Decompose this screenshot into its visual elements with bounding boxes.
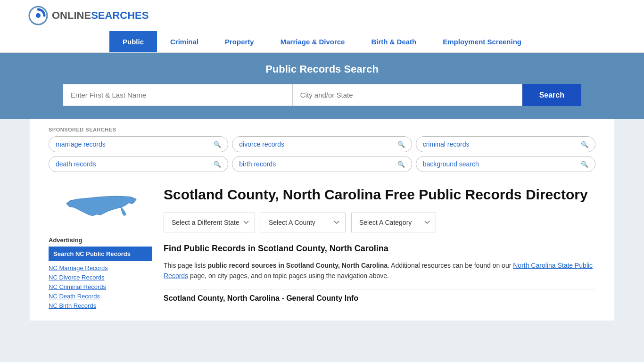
svg-point-1 — [36, 13, 41, 18]
advertising-section: Advertising Search NC Public Records NC … — [49, 237, 152, 309]
section-divider — [164, 289, 595, 289]
category-dropdown[interactable]: Select A Category — [351, 213, 436, 232]
nav-property[interactable]: Property — [212, 31, 267, 52]
nav-criminal[interactable]: Criminal — [157, 31, 212, 52]
location-input[interactable] — [292, 84, 522, 106]
nav-public[interactable]: Public — [109, 31, 157, 52]
search-banner: Public Records Search Search — [0, 53, 644, 119]
desc-part1: This page lists — [164, 262, 207, 269]
sponsored-death[interactable]: death records 🔍 — [49, 156, 228, 172]
search-icon-divorce: 🔍 — [397, 141, 405, 148]
description-text: This page lists public record sources in… — [164, 260, 595, 281]
sponsored-birth[interactable]: birth records 🔍 — [232, 156, 412, 172]
sidebar: Advertising Search NC Public Records NC … — [49, 186, 152, 311]
content-layout: Advertising Search NC Public Records NC … — [49, 177, 595, 321]
logo: ONLINESEARCHES — [28, 6, 151, 25]
search-button[interactable]: Search — [522, 84, 581, 106]
logo-text: ONLINESEARCHES — [52, 9, 149, 22]
search-form: Search — [63, 84, 581, 106]
sponsored-grid: marriage records 🔍 divorce records 🔍 cri… — [49, 136, 595, 172]
nav-marriage-divorce[interactable]: Marriage & Divorce — [267, 31, 358, 52]
search-icon-criminal: 🔍 — [581, 141, 588, 148]
sponsored-background[interactable]: background search 🔍 — [416, 156, 595, 172]
search-icon-birth: 🔍 — [397, 161, 405, 168]
sidebar-link-birth[interactable]: NC Birth Records — [49, 302, 96, 309]
sponsored-divorce[interactable]: divorce records 🔍 — [232, 136, 412, 152]
sponsored-label: SPONSORED SEARCHES — [49, 127, 595, 132]
state-dropdown[interactable]: Select a Different State — [164, 213, 255, 232]
county-dropdown[interactable]: Select A County — [261, 213, 346, 232]
sponsored-criminal[interactable]: criminal records 🔍 — [416, 136, 595, 152]
nc-state-map — [63, 186, 138, 229]
nav-birth-death[interactable]: Birth & Death — [358, 31, 429, 52]
nav: Public Criminal Property Marriage & Divo… — [0, 31, 644, 53]
desc-bold: public record sources in Scotland County… — [207, 262, 388, 269]
main-container: SPONSORED SEARCHES marriage records 🔍 di… — [30, 119, 614, 321]
section-subtitle: Scotland County, North Carolina - Genera… — [164, 294, 595, 303]
ad-block[interactable]: Search NC Public Records — [49, 247, 152, 261]
search-icon-death: 🔍 — [214, 161, 221, 168]
search-icon-marriage: 🔍 — [214, 141, 221, 148]
sponsored-section: SPONSORED SEARCHES marriage records 🔍 di… — [49, 119, 595, 177]
sidebar-link-marriage[interactable]: NC Marriage Records — [49, 264, 108, 272]
search-banner-title: Public Records Search — [19, 63, 625, 75]
page-title: Scotland County, North Carolina Free Pub… — [164, 186, 595, 203]
advertising-label: Advertising — [49, 237, 152, 244]
name-input[interactable] — [63, 84, 292, 106]
sidebar-link-criminal[interactable]: NC Criminal Records — [49, 283, 106, 290]
sidebar-link-divorce[interactable]: NC Divorce Records — [49, 274, 104, 281]
main-content: Scotland County, North Carolina Free Pub… — [164, 186, 595, 311]
sidebar-link-death[interactable]: NC Death Records — [49, 293, 100, 300]
sidebar-links: NC Marriage Records NC Divorce Records N… — [49, 264, 152, 309]
nav-employment[interactable]: Employment Screening — [429, 31, 535, 52]
desc-part3: page, on city pages, and on topic pages … — [188, 272, 389, 280]
logo-icon — [28, 6, 48, 25]
state-map-area — [49, 186, 152, 230]
sponsored-marriage[interactable]: marriage records 🔍 — [49, 136, 228, 152]
header: ONLINESEARCHES — [0, 0, 644, 31]
desc-part2: . Additional resources can be found on o… — [388, 262, 513, 269]
search-icon-background: 🔍 — [581, 161, 588, 168]
dropdowns-row: Select a Different State Select A County… — [164, 213, 595, 232]
find-records-title: Find Public Records in Scotland County, … — [164, 244, 595, 254]
